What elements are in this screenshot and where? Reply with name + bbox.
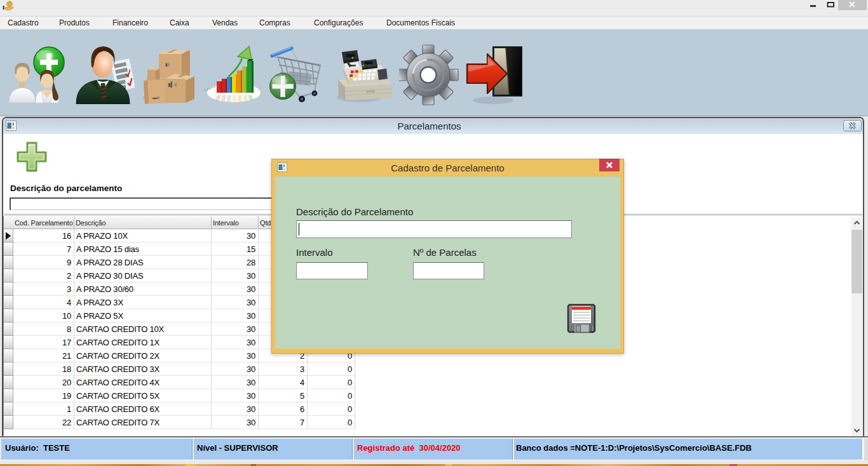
svg-text:▬o: ▬o [153,95,159,100]
svg-text:▮▍il: ▮▍il [168,81,177,88]
svg-text:▮il: ▮il [165,62,170,67]
